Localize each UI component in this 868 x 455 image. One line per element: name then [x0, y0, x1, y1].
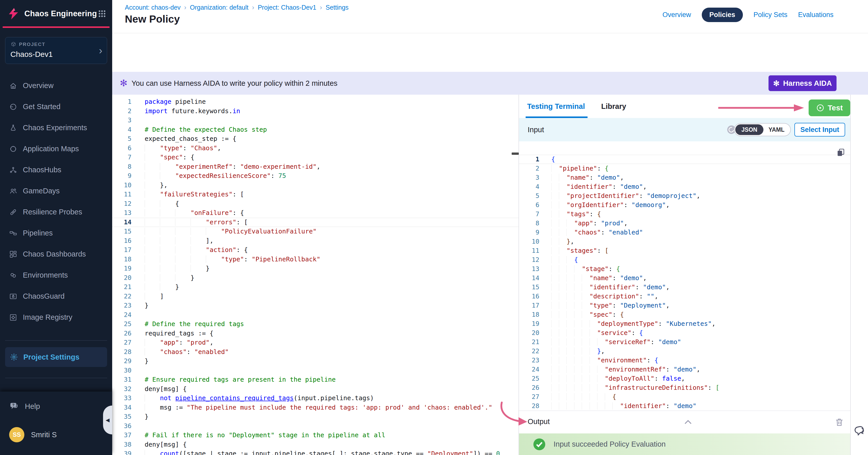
code-line-3[interactable]: 3: [112, 116, 519, 125]
harness-aida-button[interactable]: ✻ Harness AIDA: [769, 75, 837, 91]
code-line-32[interactable]: 32deny[msg] {: [112, 385, 519, 394]
code-line-9[interactable]: 9 "expectedResilienceScore": 75: [112, 171, 519, 181]
code-line-28[interactable]: 28 "chaos": "enabled": [112, 348, 519, 357]
code-line-6[interactable]: 6 "type": "Chaos",: [112, 143, 519, 153]
policy-code-editor[interactable]: 1package pipeline2import future.keywords…: [112, 95, 519, 455]
select-input-button[interactable]: Select Input: [795, 123, 845, 136]
code-line-33[interactable]: 33 not pipeline_contains_required_tags(i…: [112, 394, 519, 403]
apps-grid-icon[interactable]: [97, 9, 107, 19]
code-line-14[interactable]: 14 "name": "demo",: [519, 273, 850, 283]
code-line-6[interactable]: 6 "orgIdentifier": "demoorg",: [519, 200, 850, 209]
sidebar-item-gamedays[interactable]: GameDays: [0, 181, 112, 201]
sidebar-collapse-button[interactable]: ◀: [103, 405, 112, 434]
tab-testing-terminal[interactable]: Testing Terminal: [527, 95, 585, 118]
code-line-23[interactable]: 23 "environment": {: [519, 356, 850, 365]
code-line-22[interactable]: 22 },: [519, 347, 850, 356]
feedback-chat-icon[interactable]: [853, 424, 866, 437]
tab-library[interactable]: Library: [601, 95, 626, 118]
code-line-8[interactable]: 8 "app": "prod",: [519, 219, 850, 228]
code-line-34[interactable]: 34 msg := "The pipeline must include the…: [112, 403, 519, 412]
code-line-21[interactable]: 21 "serviceRef": "demo": [519, 337, 850, 347]
code-line-15[interactable]: 15 "PolicyEvaluationFailure": [112, 227, 519, 236]
code-line-27[interactable]: 27 "app": "prod",: [112, 338, 519, 348]
top-nav-policy-sets[interactable]: Policy Sets: [753, 11, 787, 19]
toggle-option-json[interactable]: JSON: [735, 124, 764, 135]
code-line-35[interactable]: 35}: [112, 412, 519, 422]
code-line-15[interactable]: 15 "identifier": "demo",: [519, 283, 850, 292]
code-line-20[interactable]: 20 "service": {: [519, 328, 850, 337]
sidebar-item-chaosguard[interactable]: ChaosGuard: [0, 286, 112, 307]
test-button[interactable]: Test: [809, 99, 850, 116]
code-line-7[interactable]: 7 "tags": {: [519, 209, 850, 219]
code-line-2[interactable]: 2import future.keywords.in: [112, 106, 519, 116]
sidebar-item-get-started[interactable]: Get Started: [0, 96, 112, 117]
chevron-up-icon[interactable]: [683, 418, 693, 426]
toggle-option-yaml[interactable]: YAML: [764, 126, 789, 133]
sidebar-item-chaoshubs[interactable]: ChaosHubs: [0, 159, 112, 181]
code-line-30[interactable]: 30: [112, 366, 519, 375]
input-json-editor[interactable]: 1{2 "pipeline": {3 "name": "demo",4 "ide…: [519, 141, 850, 411]
code-line-21[interactable]: 21 }: [112, 283, 519, 292]
code-line-14[interactable]: 14 "errors": [: [112, 218, 519, 227]
code-line-9[interactable]: 9 "chaos": "enabled": [519, 228, 850, 237]
code-line-2[interactable]: 2 "pipeline": {: [519, 164, 850, 173]
copy-icon[interactable]: [836, 148, 846, 158]
user-menu[interactable]: SS Smriti S: [9, 427, 57, 442]
code-line-28[interactable]: 28 "identifier": "demo": [519, 401, 850, 411]
code-line-37[interactable]: 37# Fail if there is no "Deployment" sta…: [112, 431, 519, 440]
code-line-19[interactable]: 19 "deploymentType": "Kubernetes",: [519, 319, 850, 328]
breadcrumb-link-account-chaos-dev[interactable]: Account: chaos-dev: [125, 4, 181, 11]
code-line-26[interactable]: 26 "infrastructureDefinitions": [: [519, 383, 850, 392]
code-line-8[interactable]: 8 "experimentRef": "demo-experiment-id",: [112, 162, 519, 171]
code-line-22[interactable]: 22 ]: [112, 292, 519, 301]
help-button[interactable]: ? Help: [9, 401, 40, 411]
code-line-11[interactable]: 11 "failureStrategies": [: [112, 190, 519, 199]
code-line-39[interactable]: 39 count([stage | stage := input.pipelin…: [112, 449, 519, 455]
code-line-27[interactable]: 27 {: [519, 392, 850, 401]
code-line-17[interactable]: 17 "type": "Deployment",: [519, 301, 850, 310]
code-line-1[interactable]: 1package pipeline: [112, 97, 519, 106]
code-line-12[interactable]: 12 {: [519, 255, 850, 264]
breadcrumb-link-settings[interactable]: Settings: [326, 4, 348, 11]
code-line-4[interactable]: 4 "identifier": "demo",: [519, 182, 850, 191]
code-line-19[interactable]: 19 }: [112, 264, 519, 273]
code-line-29[interactable]: 29}: [112, 357, 519, 366]
code-line-16[interactable]: 16 "description": "",: [519, 292, 850, 301]
breadcrumb-link-project-chaos-dev1[interactable]: Project: Chaos-Dev1: [258, 4, 316, 11]
project-selector[interactable]: PROJECT Chaos-Dev1 ›: [5, 37, 107, 64]
format-toggle[interactable]: JSON YAML: [734, 123, 791, 136]
code-line-31[interactable]: 31# Ensure required tags are present in …: [112, 375, 519, 385]
code-line-25[interactable]: 25# Define the required tags: [112, 320, 519, 329]
code-line-18[interactable]: 18 "type": "PipelineRollback": [112, 255, 519, 264]
sidebar-item-image-registry[interactable]: Image Registry: [0, 307, 112, 328]
code-line-4[interactable]: 4# Define the expected Chaos step: [112, 125, 519, 134]
code-line-3[interactable]: 3 "name": "demo",: [519, 173, 850, 182]
sidebar-item-chaos-dashboards[interactable]: Chaos Dashboards: [0, 243, 112, 265]
code-line-12[interactable]: 12 {: [112, 199, 519, 208]
code-line-16[interactable]: 16 ],: [112, 236, 519, 246]
code-line-1[interactable]: 1{: [519, 155, 850, 164]
code-line-36[interactable]: 36: [112, 422, 519, 431]
code-line-7[interactable]: 7 "spec": {: [112, 153, 519, 162]
code-line-13[interactable]: 13 "stage": {: [519, 264, 850, 273]
code-line-25[interactable]: 25 "deployToAll": false,: [519, 374, 850, 383]
code-line-24[interactable]: 24 "environmentRef": "demo",: [519, 365, 850, 374]
top-nav-overview[interactable]: Overview: [662, 11, 691, 19]
trash-icon[interactable]: [835, 417, 844, 428]
sidebar-item-resilience-probes[interactable]: Resilience Probes: [0, 201, 112, 223]
sidebar-item-chaos-experiments[interactable]: Chaos Experiments: [0, 117, 112, 138]
sidebar-item-environments[interactable]: Environments: [0, 265, 112, 286]
code-line-10[interactable]: 10 },: [112, 181, 519, 190]
code-line-24[interactable]: 24: [112, 311, 519, 320]
code-line-11[interactable]: 11 "stages": [: [519, 246, 850, 255]
pane-resize-handle[interactable]: [512, 153, 519, 155]
sidebar-item-project-settings[interactable]: Project Settings: [5, 347, 107, 367]
code-line-13[interactable]: 13 "onFailure": {: [112, 208, 519, 218]
breadcrumb-link-organization-default[interactable]: Organization: default: [190, 4, 248, 11]
code-line-17[interactable]: 17 "action": {: [112, 246, 519, 255]
code-line-18[interactable]: 18 "spec": {: [519, 310, 850, 319]
sidebar-item-application-maps[interactable]: Application Maps: [0, 138, 112, 159]
sidebar-item-overview[interactable]: Overview: [0, 75, 112, 96]
code-line-10[interactable]: 10 },: [519, 237, 850, 246]
code-line-26[interactable]: 26required_tags := {: [112, 329, 519, 338]
